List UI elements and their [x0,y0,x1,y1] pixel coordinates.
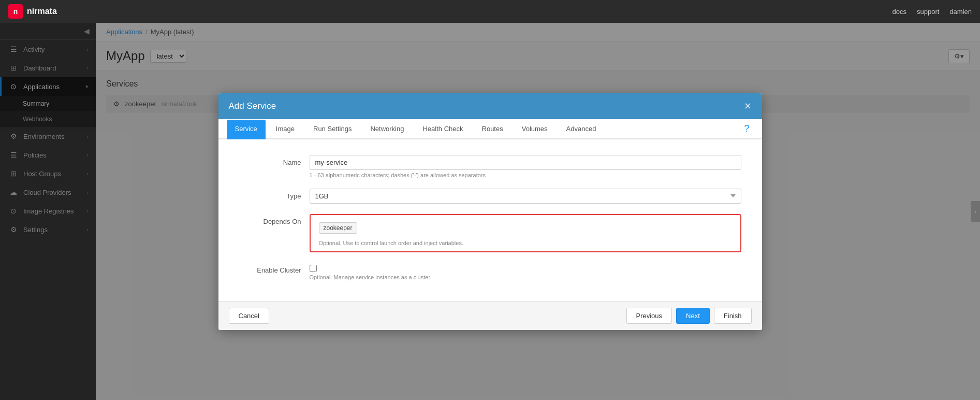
tab-run-settings[interactable]: Run Settings [305,120,360,139]
name-input[interactable] [310,155,741,170]
type-select[interactable]: 1GB 2GB 4GB 8GB [310,189,741,204]
name-content: 1 - 63 alphanumeric characters; dashes (… [310,155,741,178]
form-row-name: Name 1 - 63 alphanumeric characters; das… [239,155,741,178]
user-menu[interactable]: damien [949,8,972,16]
enable-cluster-checkbox[interactable] [310,265,317,272]
depends-on-content: zookeeper Optional. Use to control launc… [310,214,741,252]
modal-header: Add Service ✕ [218,93,762,119]
cancel-button[interactable]: Cancel [229,308,269,324]
modal-close-button[interactable]: ✕ [744,101,752,112]
form-row-depends-on: Depends On zookeeper Optional. Use to co… [239,214,741,252]
depends-on-input[interactable] [360,224,732,232]
type-content: 1GB 2GB 4GB 8GB [310,189,741,204]
tab-image[interactable]: Image [268,120,303,139]
checkbox-row [310,265,741,272]
modal-overlay: Add Service ✕ Service Image Run Settings… [0,23,980,400]
tab-service[interactable]: Service [227,120,266,139]
type-label: Type [239,189,301,200]
tab-volumes[interactable]: Volumes [514,120,556,139]
modal-tabs: Service Image Run Settings Networking He… [218,119,762,139]
logo-text: n [13,7,18,16]
support-link[interactable]: support [917,8,939,16]
add-service-modal: Add Service ✕ Service Image Run Settings… [218,93,762,330]
tab-routes[interactable]: Routes [474,120,511,139]
brand: n nirmata [8,4,57,19]
depends-tag-zookeeper[interactable]: zookeeper [319,222,357,234]
previous-button[interactable]: Previous [626,308,672,324]
top-navbar: n nirmata docs support damien [0,0,980,23]
depends-on-box: zookeeper Optional. Use to control launc… [310,214,741,252]
depends-tags-row: zookeeper [319,222,732,234]
depends-on-label: Depends On [239,214,301,225]
modal-title: Add Service [229,101,276,111]
enable-cluster-label: Enable Cluster [239,263,301,274]
enable-cluster-content: Optional. Manage service instances as a … [310,263,741,280]
modal-body: Name 1 - 63 alphanumeric characters; das… [218,139,762,301]
name-hint: 1 - 63 alphanumeric characters; dashes (… [310,172,741,178]
tab-networking[interactable]: Networking [362,120,412,139]
logo: n [8,4,23,19]
tab-health-check[interactable]: Health Check [414,120,471,139]
docs-link[interactable]: docs [893,8,906,16]
navbar-links: docs support damien [893,8,972,16]
name-label: Name [239,155,301,166]
tab-advanced[interactable]: Advanced [558,120,605,139]
brand-name: nirmata [27,7,57,16]
depends-tag-label: zookeeper [324,224,353,232]
next-button[interactable]: Next [676,308,710,324]
footer-right: Previous Next Finish [626,308,752,324]
depends-on-hint: Optional. Use to control launch order an… [319,240,732,246]
enable-cluster-hint: Optional. Manage service instances as a … [310,274,741,280]
finish-button[interactable]: Finish [714,308,752,324]
form-row-enable-cluster: Enable Cluster Optional. Manage service … [239,263,741,280]
help-icon[interactable]: ? [740,119,753,138]
modal-footer: Cancel Previous Next Finish [218,301,762,330]
form-row-type: Type 1GB 2GB 4GB 8GB [239,189,741,204]
